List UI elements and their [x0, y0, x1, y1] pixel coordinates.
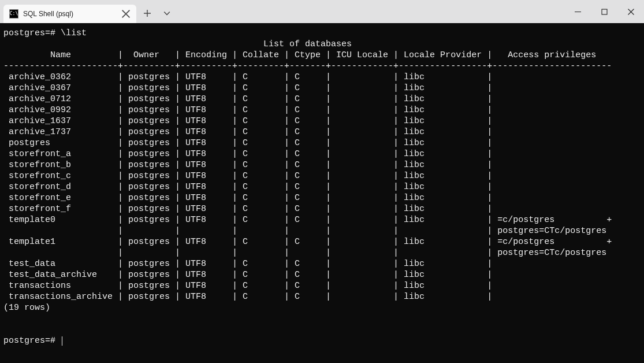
tab-dropdown-button[interactable]: [158, 5, 176, 22]
close-tab-button[interactable]: [121, 9, 131, 18]
window-titlebar: C:\ SQL Shell (psql): [0, 0, 644, 23]
minimize-button[interactable]: [564, 0, 591, 23]
close-window-button[interactable]: [617, 0, 644, 23]
maximize-button[interactable]: [591, 0, 617, 23]
tab-strip: C:\ SQL Shell (psql): [0, 0, 176, 23]
prompt: postgres=#: [3, 336, 61, 346]
new-tab-button[interactable]: [139, 5, 156, 22]
terminal-icon: C:\: [9, 9, 18, 18]
svg-rect-0: [602, 9, 607, 14]
tab-label: SQL Shell (psql): [23, 10, 117, 18]
window-controls: [564, 0, 644, 23]
cursor: [62, 336, 62, 346]
tab-sql-shell[interactable]: C:\ SQL Shell (psql): [3, 5, 136, 23]
terminal-output[interactable]: postgres=# \list List of databases Name …: [0, 23, 644, 363]
